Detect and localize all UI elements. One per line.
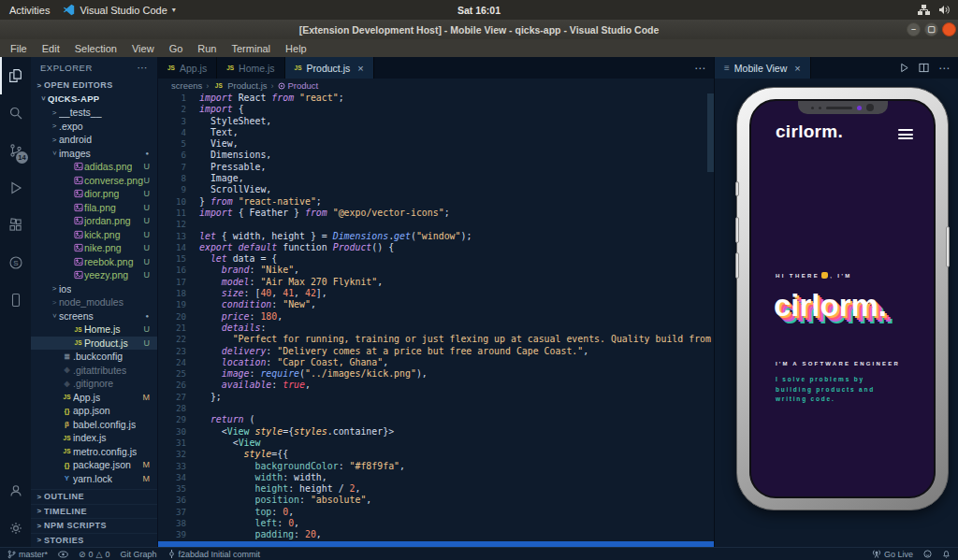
maximize-button[interactable]: ▢	[924, 22, 938, 36]
tree-item-jordan-png[interactable]: jordan.pngU	[31, 214, 157, 228]
stories-icon[interactable]: S	[0, 244, 31, 281]
js-file-icon: JS	[167, 65, 175, 71]
mobile-preview-icon[interactable]	[0, 281, 31, 319]
tree-folder-screens[interactable]: >screens●	[31, 309, 157, 323]
tree-item-babel-config-js[interactable]: βbabel.config.js	[31, 418, 157, 432]
tree-folder-qicks-app[interactable]: >QICKS-APP	[31, 93, 157, 107]
tree-item-open-editors[interactable]: >OPEN EDITORS	[31, 79, 157, 93]
app-brand-title: cirlorm.	[776, 122, 843, 142]
accounts-icon[interactable]	[0, 472, 31, 510]
tree-item-index-js[interactable]: JSindex.js	[31, 431, 157, 445]
app-menu[interactable]: Visual Studio Code ▾	[63, 4, 175, 16]
tree-folder-node-modules[interactable]: >node_modules	[31, 295, 157, 309]
breadcrumb-item-product-js[interactable]: JSProduct.js	[212, 80, 267, 91]
editor-more-actions-icon[interactable]: ⋯	[694, 62, 705, 75]
tree-item-yarn-lock[interactable]: Yyarn.lockM	[31, 472, 157, 486]
tree-item-dior-png[interactable]: dior.pngU	[31, 187, 157, 201]
tree-item-adidas-png[interactable]: adidas.pngU	[31, 160, 157, 174]
settings-icon[interactable]	[0, 510, 31, 547]
modified-dot-icon: ●	[145, 313, 157, 319]
line-number: 9	[158, 184, 186, 195]
source-control-icon[interactable]: 14	[0, 132, 31, 169]
tree-folder--expo[interactable]: >.expo	[31, 120, 157, 134]
activities-button[interactable]: Activities	[9, 5, 50, 16]
tree-item-metro-config-js[interactable]: JSmetro.config.js	[31, 445, 157, 459]
item-label: fila.png	[84, 202, 116, 213]
menu-go[interactable]: Go	[163, 41, 190, 56]
problems-item[interactable]: ⊘0 △0	[79, 550, 110, 559]
commit-item[interactable]: f2abdad Initial commit	[167, 550, 261, 559]
section-npm-scripts[interactable]: >NPM SCRIPTS	[31, 518, 157, 533]
tree-item-converse-png[interactable]: converse.pngU	[31, 174, 157, 188]
gnome-top-bar: Activities Visual Studio Code ▾ Sat 16:0…	[0, 0, 958, 20]
breadcrumb-item-screens[interactable]: screens	[171, 80, 202, 91]
clock[interactable]: Sat 16:01	[457, 5, 501, 16]
close-tab-icon[interactable]: ×	[357, 63, 363, 74]
code-line: 39 padding: 20,	[158, 529, 714, 540]
panel-more-actions-icon[interactable]: ⋯	[938, 62, 950, 75]
extensions-icon[interactable]	[0, 207, 31, 244]
tree-folder-android[interactable]: >android	[31, 133, 157, 147]
tree-item-nike-png[interactable]: nike.pngU	[31, 241, 157, 255]
split-editor-icon[interactable]	[919, 63, 929, 73]
line-number: 31	[158, 438, 186, 449]
tab-mobile-view[interactable]: ≡ Mobile View ×	[715, 57, 811, 79]
tree-item-reebok-png[interactable]: reebok.pngU	[31, 255, 157, 269]
tree-item-fila-png[interactable]: fila.pngU	[31, 201, 157, 215]
code-line: 34 width: width,	[158, 472, 714, 483]
tree-item-kick-png[interactable]: kick.pngU	[31, 228, 157, 242]
explorer-more-actions-icon[interactable]: ⋯	[138, 62, 149, 74]
go-live-item[interactable]: Go Live	[872, 550, 913, 559]
run-debug-icon[interactable]	[0, 169, 31, 207]
gitlens-eye-item[interactable]	[58, 551, 68, 558]
tree-item-product-js[interactable]: JSProduct.jsU	[31, 337, 157, 351]
tree-item-app-json[interactable]: {}app.json	[31, 404, 157, 418]
menu-terminal[interactable]: Terminal	[225, 41, 278, 56]
menu-file[interactable]: File	[4, 41, 34, 56]
tree-item-package-json[interactable]: {}package.jsonM	[31, 458, 157, 472]
close-tab-icon[interactable]: ×	[794, 63, 800, 74]
projects-link[interactable]: PROJECTS →	[776, 495, 841, 498]
section-timeline[interactable]: >TIMELINE	[31, 504, 157, 519]
code-editor[interactable]: 1import React from "react";2import {3 St…	[158, 93, 714, 547]
tree-item-yeezy-png[interactable]: yeezy.pngU	[31, 268, 157, 282]
search-icon[interactable]	[0, 94, 31, 132]
minimize-button[interactable]: –	[907, 22, 921, 36]
tree-item-app-js[interactable]: JSApp.jsM	[31, 391, 157, 405]
breadcrumb-item-product[interactable]: Product	[278, 80, 319, 91]
menu-selection[interactable]: Selection	[68, 41, 123, 56]
menu-help[interactable]: Help	[279, 41, 313, 56]
tree-folder--tests-[interactable]: >__tests__	[31, 106, 157, 120]
tree-folder-images[interactable]: >images●	[31, 147, 157, 161]
tree-item--gitattributes[interactable]: ◈.gitattributes	[31, 364, 157, 378]
volume-icon[interactable]	[938, 5, 951, 15]
tab-home-js[interactable]: JSHome.js	[217, 57, 284, 79]
notifications-icon[interactable]	[942, 550, 951, 558]
tab-product-js[interactable]: JSProduct.js×	[285, 57, 374, 79]
line-number: 22	[158, 334, 186, 345]
item-label: screens	[59, 310, 94, 322]
menu-edit[interactable]: Edit	[36, 41, 66, 56]
menu-view[interactable]: View	[125, 41, 161, 56]
tree-item--gitignore[interactable]: ◈.gitignore	[31, 377, 157, 391]
feedback-icon[interactable]	[923, 550, 932, 558]
phone-mute-switch	[735, 181, 739, 196]
run-icon[interactable]	[899, 63, 909, 73]
editor-scrollbar[interactable]	[707, 93, 714, 172]
hamburger-menu-button[interactable]	[898, 129, 913, 142]
window-title-bar[interactable]: [Extension Development Host] - Mobile Vi…	[0, 20, 958, 39]
git-graph-item[interactable]: Git Graph	[121, 550, 157, 559]
section-stories[interactable]: >STORIES	[31, 533, 157, 548]
explorer-icon[interactable]	[0, 57, 31, 94]
item-label: metro.config.js	[73, 446, 137, 457]
tree-folder-ios[interactable]: >ios	[31, 282, 157, 296]
tree-item--buckconfig[interactable]: ≣.buckconfig	[31, 350, 157, 364]
network-icon[interactable]	[918, 5, 930, 15]
section-outline[interactable]: >OUTLINE	[31, 489, 157, 504]
git-status-badge: U	[144, 162, 158, 171]
menu-run[interactable]: Run	[191, 41, 223, 56]
tree-item-home-js[interactable]: JSHome.jsU	[31, 323, 157, 337]
close-button[interactable]	[942, 22, 956, 36]
git-branch-item[interactable]: master*	[7, 550, 48, 559]
tab-app-js[interactable]: JSApp.js	[158, 57, 217, 79]
